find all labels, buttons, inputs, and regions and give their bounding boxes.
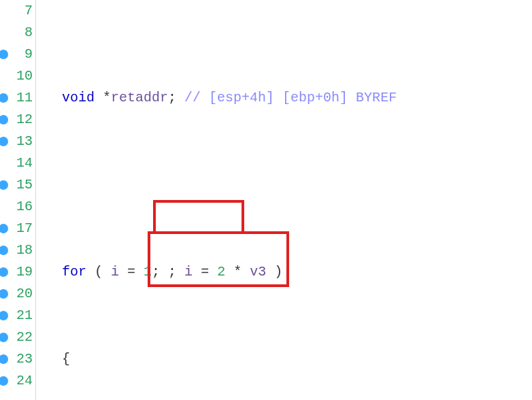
num-1: 1 bbox=[144, 264, 152, 280]
gutter-row[interactable]: 23 bbox=[0, 348, 33, 370]
code-line[interactable]: void *retaddr; // [esp+4h] [ebp+0h] BYRE… bbox=[46, 87, 397, 109]
line-number: 10 bbox=[12, 65, 33, 87]
line-number: 15 bbox=[12, 174, 33, 196]
breakpoint-icon[interactable] bbox=[0, 50, 8, 59]
keyword-void: void bbox=[62, 90, 95, 105]
token: * bbox=[95, 90, 111, 105]
line-number: 17 bbox=[12, 218, 33, 239]
token: ) bbox=[266, 264, 282, 280]
comment: // [esp+4h] [ebp+0h] BYREF bbox=[184, 90, 397, 105]
line-number: 20 bbox=[12, 283, 33, 305]
highlight-box-1 bbox=[153, 200, 244, 234]
gutter-row[interactable]: 13 bbox=[0, 131, 33, 152]
line-number: 7 bbox=[12, 0, 33, 22]
gutter-row[interactable]: 14 bbox=[0, 152, 33, 174]
keyword-for: for bbox=[62, 264, 86, 280]
line-number-gutter: 789101112131415161718192021222324 bbox=[0, 0, 36, 400]
gutter-row[interactable]: 19 bbox=[0, 261, 33, 283]
gutter-row[interactable]: 17 bbox=[0, 218, 33, 239]
breakpoint-icon[interactable] bbox=[0, 376, 8, 386]
var-retaddr: retaddr bbox=[111, 90, 168, 105]
line-number: 14 bbox=[12, 152, 33, 174]
gutter-row[interactable]: 11 bbox=[0, 87, 33, 109]
code-line[interactable]: for ( i = 1; ; i = 2 * v3 ) bbox=[46, 261, 397, 283]
token: * bbox=[225, 264, 250, 280]
breakpoint-icon[interactable] bbox=[0, 267, 8, 277]
indent bbox=[46, 264, 62, 280]
breakpoint-icon[interactable] bbox=[0, 93, 8, 103]
indent bbox=[46, 90, 62, 105]
line-number: 19 bbox=[12, 261, 33, 283]
breakpoint-icon[interactable] bbox=[0, 354, 8, 364]
line-number: 21 bbox=[12, 305, 33, 327]
var-i: i bbox=[111, 264, 119, 280]
gutter-row[interactable]: 16 bbox=[0, 196, 33, 218]
gutter-row[interactable]: 20 bbox=[0, 283, 33, 305]
line-number: 13 bbox=[12, 131, 33, 152]
line-number: 18 bbox=[12, 239, 33, 261]
code-line[interactable] bbox=[46, 174, 397, 196]
gutter-row[interactable]: 12 bbox=[0, 109, 33, 131]
gutter-row[interactable]: 10 bbox=[0, 65, 33, 87]
token: ; bbox=[168, 90, 184, 105]
token: = bbox=[193, 264, 217, 280]
line-number: 23 bbox=[12, 348, 33, 370]
breakpoint-icon[interactable] bbox=[0, 246, 8, 255]
line-number: 16 bbox=[12, 196, 33, 218]
token: ; ; bbox=[152, 264, 184, 280]
indent bbox=[46, 351, 62, 367]
gutter-row[interactable]: 7 bbox=[0, 0, 33, 22]
gutter-row[interactable]: 24 bbox=[0, 370, 33, 392]
breakpoint-icon[interactable] bbox=[0, 333, 8, 342]
gutter-row[interactable]: 9 bbox=[0, 44, 33, 65]
token: = bbox=[119, 264, 144, 280]
line-number: 22 bbox=[12, 327, 33, 348]
code-editor: 789101112131415161718192021222324 void *… bbox=[0, 0, 532, 400]
breakpoint-icon[interactable] bbox=[0, 289, 8, 299]
gutter-row[interactable]: 8 bbox=[0, 22, 33, 44]
line-number: 11 bbox=[12, 87, 33, 109]
line-number: 8 bbox=[12, 22, 33, 44]
breakpoint-icon[interactable] bbox=[0, 180, 8, 190]
line-number: 24 bbox=[12, 370, 33, 392]
var-v3: v3 bbox=[250, 264, 266, 280]
breakpoint-icon[interactable] bbox=[0, 137, 8, 146]
code-panel[interactable]: void *retaddr; // [esp+4h] [ebp+0h] BYRE… bbox=[36, 0, 397, 400]
token: ( bbox=[86, 264, 111, 280]
var-i: i bbox=[184, 264, 193, 280]
gutter-row[interactable]: 21 bbox=[0, 305, 33, 327]
gutter-row[interactable]: 22 bbox=[0, 327, 33, 348]
breakpoint-icon[interactable] bbox=[0, 224, 8, 233]
num-2: 2 bbox=[217, 264, 225, 280]
breakpoint-icon[interactable] bbox=[0, 311, 8, 320]
code-line[interactable]: { bbox=[46, 348, 397, 370]
line-number: 9 bbox=[12, 44, 33, 65]
gutter-row[interactable]: 15 bbox=[0, 174, 33, 196]
brace: { bbox=[62, 351, 70, 367]
line-number: 12 bbox=[12, 109, 33, 131]
breakpoint-icon[interactable] bbox=[0, 115, 8, 124]
gutter-row[interactable]: 18 bbox=[0, 239, 33, 261]
